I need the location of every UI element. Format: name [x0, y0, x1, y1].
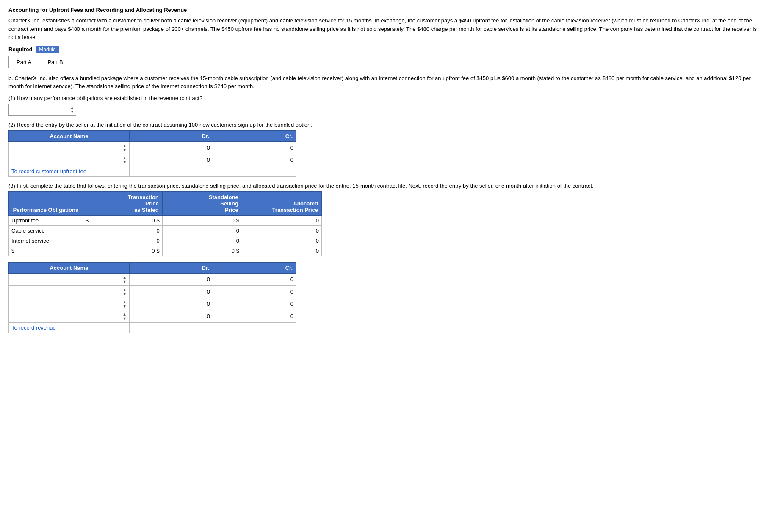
note-link-1[interactable]: To record customer upfront fee [11, 168, 86, 175]
note-row-2: To record revenue [9, 322, 296, 332]
spinner-arrows[interactable]: ▲ ▼ [70, 105, 74, 114]
dollar-atp-prefix-upfront: $ [236, 217, 239, 224]
col-header-cr-1: Cr. [213, 130, 296, 141]
cr-input-1-1[interactable] [216, 144, 293, 151]
dollar-prefix-ssp-total: $ [157, 248, 160, 254]
perf-col-header-atp: AllocatedTransaction Price [242, 191, 321, 215]
tp-input-internet[interactable] [86, 238, 160, 244]
entry-table-2: Account Name Dr. Cr. ▲▼ ▲▼ [8, 262, 296, 333]
account-input-1-2[interactable] [11, 157, 123, 163]
dr-input-2-2[interactable] [132, 288, 210, 295]
cr-input-2-3[interactable] [216, 301, 293, 307]
col-header-dr-2: Dr. [129, 262, 213, 273]
table-row: ▲▼ [9, 298, 296, 310]
entry-table-1: Account Name Dr. Cr. ▲▼ [8, 130, 296, 177]
atp-input-internet[interactable] [245, 238, 319, 244]
question1: (1) How many performance obligations are… [8, 95, 761, 101]
account-input-1-1[interactable] [11, 144, 123, 151]
required-label: Required [8, 46, 32, 53]
dr-input-2-4[interactable] [132, 313, 210, 319]
cr-input-1-2[interactable] [216, 157, 293, 163]
note-row-1: To record customer upfront fee [9, 166, 296, 176]
dropdown-arrows-2-2[interactable]: ▲▼ [123, 288, 127, 296]
col-header-cr-2: Cr. [213, 262, 296, 273]
dropdown-arrows-2-1[interactable]: ▲▼ [123, 275, 127, 284]
tabs-container: Part A Part B [8, 56, 761, 68]
cr-input-2-4[interactable] [216, 313, 293, 319]
perf-row-upfront: Upfront fee $ $ $ [9, 215, 322, 225]
col-header-dr-1: Dr. [129, 130, 213, 141]
perf-col-header-ssp: StandaloneSellingPrice [162, 191, 242, 215]
module-badge: Module [36, 46, 59, 53]
section-b-text: b. CharterX Inc. also offers a bundled p… [8, 74, 761, 91]
perf-row-cable: Cable service [9, 225, 322, 236]
tp-input-upfront[interactable] [89, 217, 155, 224]
dr-input-2-1[interactable] [132, 276, 210, 283]
perf-row-total: $ $ $ [9, 246, 322, 256]
ssp-input-total[interactable] [165, 248, 235, 254]
account-input-2-3[interactable] [17, 301, 123, 307]
perf-label-internet: Internet service [9, 236, 83, 246]
table-row: ▲▼ [9, 273, 296, 285]
account-dropdown-cell: ▲▼ [11, 144, 127, 152]
dropdown-arrows-1-2[interactable]: ▲▼ [123, 156, 127, 164]
account-dropdown-cell: ▲▼ [11, 156, 127, 164]
col-header-account-2: Account Name [9, 262, 130, 273]
ssp-input-internet[interactable] [165, 238, 239, 244]
table-row: ▲▼ [9, 141, 296, 154]
perf-label-cable: Cable service [9, 225, 83, 236]
tp-input-total[interactable] [86, 248, 155, 254]
perf-col-header-obligations: Performance Obligations [9, 191, 83, 215]
tab-part-b[interactable]: Part B [39, 56, 71, 68]
account-input-2-1[interactable] [11, 276, 123, 283]
dropdown-arrows-1-1[interactable]: ▲▼ [123, 144, 127, 152]
perf-label-upfront: Upfront fee [9, 215, 83, 225]
perf-row-internet: Internet service [9, 236, 322, 246]
page-title: Accounting for Upfront Fees and Recordin… [8, 7, 761, 13]
table-row: ▲▼ [9, 154, 296, 166]
dr-input-2-3[interactable] [132, 301, 210, 307]
ssp-input-upfront[interactable] [165, 217, 235, 224]
account-input-2-2[interactable] [11, 288, 123, 295]
atp-input-upfront[interactable] [245, 217, 319, 224]
table-row: ▲▼ [9, 285, 296, 298]
intro-text: CharterX Inc. establishes a contract wit… [8, 17, 761, 42]
ssp-input-cable[interactable] [165, 227, 239, 234]
performance-obligations-input[interactable]: ▲ ▼ [8, 104, 76, 116]
dollar-prefix-atp-total: $ [236, 248, 239, 254]
question2: (2) Record the entry by the seller at th… [8, 122, 761, 128]
table-row: ▲▼ [9, 310, 296, 322]
account-input-2-4[interactable] [17, 313, 123, 319]
dr-input-1-1[interactable] [132, 144, 210, 151]
cr-input-2-2[interactable] [216, 288, 293, 295]
tp-input-cable[interactable] [86, 227, 160, 234]
perf-table: Performance Obligations TransactionPrice… [8, 191, 322, 256]
atp-input-total[interactable] [245, 248, 319, 254]
note-link-2[interactable]: To record revenue [11, 324, 56, 331]
obligations-value[interactable] [11, 106, 70, 113]
dollar-total-label: $ [11, 248, 14, 254]
cr-input-2-1[interactable] [216, 276, 293, 283]
perf-col-header-tp: TransactionPriceas Stated [83, 191, 162, 215]
dropdown-arrows-2-3[interactable]: ▲▼ [123, 300, 127, 308]
dr-input-1-2[interactable] [132, 157, 210, 163]
dollar-prefix-ssp-label: $ [157, 217, 160, 224]
dropdown-arrows-2-4[interactable]: ▲▼ [123, 312, 127, 321]
atp-input-cable[interactable] [245, 227, 319, 234]
question3: (3) First, complete the table that follo… [8, 183, 761, 189]
col-header-account-1: Account Name [9, 130, 130, 141]
dollar-prefix-tp-upfront: $ [86, 217, 89, 224]
tab-part-a[interactable]: Part A [8, 56, 39, 68]
